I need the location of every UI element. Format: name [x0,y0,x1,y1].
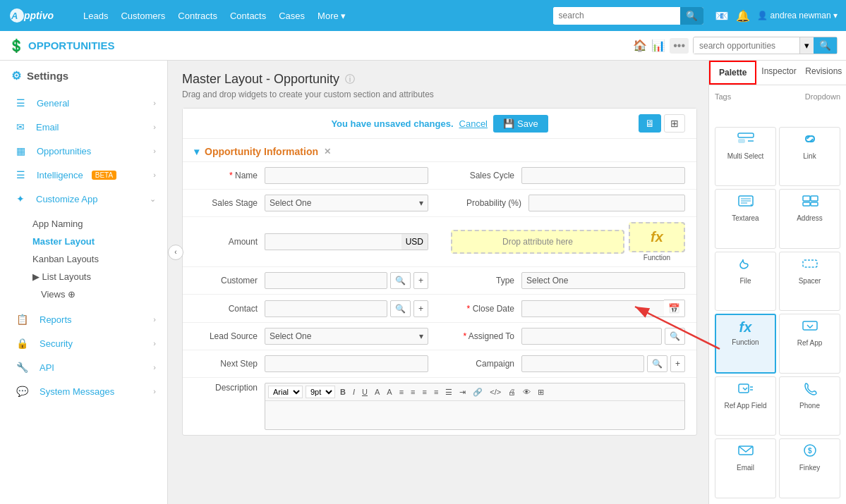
palette-address[interactable]: Address [779,189,840,249]
drop-zone[interactable]: Drop attribute here [451,230,624,254]
palette-textarea[interactable]: Textarea [715,189,776,249]
sidebar-item-reports[interactable]: 📋 Reports › [0,307,167,331]
palette-link[interactable]: Link [779,127,840,187]
eye-button[interactable]: 👁 [521,386,533,398]
sidebar-item-intelligence[interactable]: ☰ Intelligence BETA › [0,163,167,187]
font-color-button[interactable]: A [373,386,382,398]
list-button[interactable]: ☰ [443,386,454,398]
contact-search-button[interactable]: 🔍 [390,300,411,317]
global-search-input[interactable] [553,7,680,24]
section-toggle-icon[interactable]: ▾ [194,146,199,157]
phone-label: Phone [799,402,820,410]
campaign-input[interactable] [521,355,644,372]
user-menu[interactable]: 👤 andrea newman ▾ [757,11,838,20]
sidebar-collapse-button[interactable]: ‹ [168,245,183,260]
money-icon: 💲 [8,38,24,54]
lead-source-select[interactable]: Select One ▾ [265,328,428,345]
customer-search-button[interactable]: 🔍 [390,272,411,289]
contact-add-button[interactable]: + [413,300,428,317]
assigned-to-search-button[interactable]: 🔍 [665,328,685,345]
notifications-icon[interactable]: 🔔 [736,9,750,23]
palette-function[interactable]: fx Function [715,314,776,374]
campaign-label: Campaign [451,359,521,369]
type-select[interactable]: Select One [521,272,685,289]
function-box[interactable]: fx [629,222,685,252]
sidebar-system-messages-label: System Messages [40,386,114,397]
table-button[interactable]: ⊞ [536,386,546,398]
nav-contracts[interactable]: Contracts [178,11,217,21]
sales-stage-select[interactable]: Select One ▾ [265,195,428,211]
palette-finkey[interactable]: $ Finkey [779,438,840,498]
chart-icon[interactable]: 📊 [651,39,665,52]
save-button[interactable]: 💾 Save [493,115,548,133]
sidebar-item-customize[interactable]: ✦ Customize App ⌄ [0,187,167,211]
global-search-button[interactable]: 🔍 [680,7,703,25]
messages-icon[interactable]: 📧 [715,9,729,23]
calendar-button[interactable]: 📅 [664,300,685,317]
palette-phone[interactable]: Phone [779,376,840,436]
campaign-search-button[interactable]: 🔍 [647,355,667,372]
font-size-select[interactable]: 9pt [306,386,335,398]
print-button[interactable]: 🖨 [506,386,518,398]
campaign-add-button[interactable]: + [670,355,685,372]
description-body[interactable] [265,401,684,429]
sidebar-sub-master-layout[interactable]: Master Layout [21,233,167,250]
nav-leads[interactable]: Leads [83,11,108,21]
revisions-tab[interactable]: Revisions [802,61,846,85]
palette-multi-select[interactable]: Multi Select [715,127,776,187]
sidebar-sub-views[interactable]: Views ⊕ [21,285,167,303]
assigned-to-input[interactable] [521,328,662,345]
amount-input[interactable] [265,233,401,250]
palette-ref-app-field[interactable]: Ref App Field [715,376,776,436]
search-go-button[interactable]: 🔍 [814,37,837,54]
highlight-button[interactable]: A [385,386,394,398]
sidebar-item-security[interactable]: 🔒 Security › [0,331,167,355]
code-button[interactable]: </> [488,386,503,398]
sidebar-item-general[interactable]: ☰ General › [0,91,167,115]
italic-button[interactable]: I [351,386,357,398]
align-left-button[interactable]: ≡ [397,386,406,398]
palette-ref-app[interactable]: Ref App [779,314,840,374]
info-icon[interactable]: ⓘ [345,73,355,86]
grid-view-button[interactable]: ⊞ [664,114,685,133]
more-options-icon[interactable]: ••• [670,38,689,54]
sidebar-sub-list-layouts[interactable]: ▶ List Layouts [21,268,167,285]
bold-button[interactable]: B [338,386,348,398]
cancel-button[interactable]: Cancel [459,118,488,129]
align-center-button[interactable]: ≡ [409,386,417,398]
nav-customers[interactable]: Customers [121,11,165,21]
customer-input[interactable] [265,272,387,289]
palette-spacer[interactable]: Spacer [779,252,840,312]
align-right-button[interactable]: ≡ [421,386,429,398]
name-input[interactable] [265,167,428,184]
contact-input[interactable] [265,300,387,317]
justify-button[interactable]: ≡ [432,386,440,398]
link-button[interactable]: 🔗 [471,386,485,398]
sales-cycle-input[interactable] [521,167,685,184]
underline-button[interactable]: U [360,386,370,398]
close-date-input[interactable] [521,300,664,317]
font-family-select[interactable]: Arial [268,386,303,398]
palette-tab[interactable]: Palette [709,61,756,85]
probability-input[interactable] [528,195,685,211]
home-icon[interactable]: 🏠 [633,39,647,52]
sidebar-item-system-messages[interactable]: 💬 System Messages › [0,379,167,403]
search-dropdown-button[interactable]: ▾ [799,37,814,54]
sidebar-sub-app-naming[interactable]: App Naming [21,215,167,233]
palette-file[interactable]: File [715,252,776,312]
inspector-tab[interactable]: Inspector [756,61,801,85]
sidebar-item-opportunities[interactable]: ▦ Opportunities › [0,139,167,163]
customer-add-button[interactable]: + [413,272,428,289]
indent-button[interactable]: ⇥ [457,386,468,398]
sidebar-item-api[interactable]: 🔧 API › [0,355,167,379]
sidebar-sub-kanban[interactable]: Kanban Layouts [21,250,167,268]
nav-contacts[interactable]: Contacts [230,11,266,21]
nav-more[interactable]: More ▾ [318,11,346,21]
next-step-input[interactable] [265,355,428,372]
sidebar-item-email[interactable]: ✉ Email › [0,115,167,139]
palette-email[interactable]: Email [715,438,776,498]
module-search-input[interactable] [694,38,799,54]
section-close-icon[interactable]: ✕ [324,147,331,156]
nav-cases[interactable]: Cases [279,11,305,21]
desktop-view-button[interactable]: 🖥 [639,114,661,133]
